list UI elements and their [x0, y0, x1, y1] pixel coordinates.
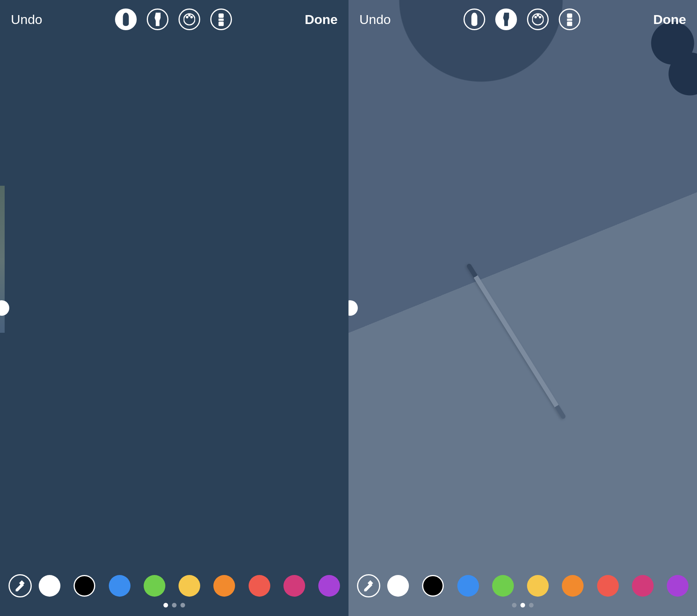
color-swatch-black[interactable]	[422, 575, 444, 597]
eyedropper-icon[interactable]	[357, 574, 380, 597]
color-palette-bar	[0, 574, 348, 607]
color-swatch-red[interactable]	[597, 575, 619, 597]
color-palette-bar	[348, 574, 697, 607]
editor-header: Undo Done	[0, 0, 348, 39]
brush-tool-group	[115, 9, 232, 30]
done-button[interactable]: Done	[653, 12, 686, 27]
marker-tool-icon[interactable]	[495, 9, 517, 30]
palette-page-dot[interactable]	[512, 603, 517, 607]
color-swatch-purple[interactable]	[318, 575, 340, 597]
palette-page-dot[interactable]	[163, 603, 168, 607]
canvas-fill[interactable]	[0, 0, 348, 616]
palette-page-dot[interactable]	[180, 603, 185, 607]
color-swatch-white[interactable]	[387, 575, 409, 597]
palette-page-dot[interactable]	[520, 603, 525, 607]
color-swatch-white[interactable]	[39, 575, 60, 597]
palette-page-indicator	[357, 603, 688, 607]
brush-tool-group	[464, 9, 580, 30]
color-swatch-green[interactable]	[144, 575, 165, 597]
undo-button[interactable]: Undo	[359, 12, 391, 27]
story-editor-pane-right: Undo Done	[348, 0, 697, 616]
color-swatch-blue[interactable]	[457, 575, 479, 597]
story-editor-pane-left: Undo Done	[0, 0, 348, 616]
pen-tool-icon[interactable]	[115, 9, 137, 30]
eraser-tool-icon[interactable]	[559, 9, 580, 30]
marker-tool-icon[interactable]	[147, 9, 168, 30]
undo-button[interactable]: Undo	[11, 12, 42, 27]
color-swatch-row	[39, 575, 340, 597]
palette-page-indicator	[9, 603, 340, 607]
color-swatch-row	[387, 575, 688, 597]
palette-page-dot[interactable]	[172, 603, 177, 607]
palette-page-dot[interactable]	[529, 603, 534, 607]
color-swatch-orange[interactable]	[562, 575, 584, 597]
color-swatch-green[interactable]	[492, 575, 514, 597]
neon-tool-icon[interactable]	[179, 9, 200, 30]
eyedropper-icon[interactable]	[9, 574, 32, 597]
color-swatch-pink[interactable]	[632, 575, 654, 597]
color-swatch-pink[interactable]	[283, 575, 305, 597]
editor-header: Undo Done	[348, 0, 697, 39]
color-swatch-purple[interactable]	[667, 575, 688, 597]
done-button[interactable]: Done	[305, 12, 338, 27]
color-swatch-yellow[interactable]	[179, 575, 200, 597]
color-swatch-black[interactable]	[74, 575, 95, 597]
color-swatch-orange[interactable]	[213, 575, 235, 597]
color-swatch-blue[interactable]	[109, 575, 130, 597]
color-swatch-red[interactable]	[249, 575, 270, 597]
neon-tool-icon[interactable]	[527, 9, 549, 30]
pen-tool-icon[interactable]	[464, 9, 485, 30]
color-swatch-yellow[interactable]	[527, 575, 549, 597]
canvas-fill-translucent[interactable]	[348, 0, 697, 616]
eraser-tool-icon[interactable]	[210, 9, 232, 30]
